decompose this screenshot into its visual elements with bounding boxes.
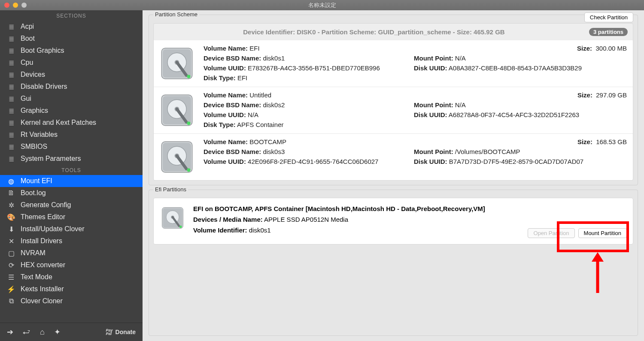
check-partition-button[interactable]: Check Partition xyxy=(584,12,633,22)
nav-item-label: Themes Editor xyxy=(21,213,65,221)
paypal-icon: PayPal xyxy=(106,329,113,335)
minimize-window-button[interactable] xyxy=(13,3,18,8)
nav-item-label: NVRAM xyxy=(21,249,46,257)
palette-icon: 🎨 xyxy=(7,213,15,221)
nav-item-label: Text Mode xyxy=(21,273,52,281)
nav-item-label: Devices xyxy=(21,71,45,78)
sidebar-section-item-system-parameters[interactable]: ≣System Parameters xyxy=(0,153,143,165)
nav-item-label: Clover Cloner xyxy=(21,297,63,305)
sidebar-tool-item-nvram[interactable]: ▢NVRAM xyxy=(0,247,143,259)
efi-headline: EFI on BOOTCAMP, APFS Container [Macinto… xyxy=(193,205,485,212)
list-icon: ≣ xyxy=(7,71,15,79)
plug-icon: ⚡ xyxy=(7,285,15,293)
device-header-text: Device Identifier: DISK0 - Partition Sch… xyxy=(159,28,589,36)
volume-row[interactable]: Volume Name: EFI Size: 300.00 MB Device … xyxy=(154,40,633,87)
list-icon: ≣ xyxy=(7,95,15,103)
sidebar-section-item-kernel-and-kext-patches[interactable]: ≣Kernel and Kext Patches xyxy=(0,117,143,129)
disk-icon: ◍ xyxy=(7,177,15,185)
sidebar: SECTIONS ≣Acpi≣Boot≣Boot Graphics≣Cpu≣De… xyxy=(0,10,143,341)
sidebar-header-tools: TOOLS xyxy=(0,165,143,175)
sidebar-tool-item-mount-efi[interactable]: ◍Mount EFI xyxy=(0,175,143,187)
volume-details: Volume Name: BOOTCAMP Size: 168.53 GB De… xyxy=(204,138,627,176)
gear-icon: ✲ xyxy=(7,201,15,209)
sidebar-section-item-disable-drivers[interactable]: ≣Disable Drivers xyxy=(0,81,143,93)
sidebar-tool-item-install-update-clover[interactable]: ⬇Install/Update Clover xyxy=(0,223,143,235)
nav-item-label: Rt Variables xyxy=(21,131,58,139)
sidebar-tool-item-hex-converter[interactable]: ⟳HEX converter xyxy=(0,259,143,271)
sidebar-section-item-boot[interactable]: ≣Boot xyxy=(0,33,143,45)
nav-item-label: Boot xyxy=(21,35,35,42)
nav-item-label: Generate Config xyxy=(21,201,71,209)
share-icon[interactable]: ✦ xyxy=(54,327,61,337)
sidebar-section-item-smbios[interactable]: ≣SMBIOS xyxy=(0,141,143,153)
sidebar-tool-item-install-drivers[interactable]: ✕Install Drivers xyxy=(0,235,143,247)
download-icon: ⬇ xyxy=(7,225,15,233)
donate-label: Donate xyxy=(115,329,136,335)
nav-item-label: System Parameters xyxy=(21,155,81,163)
list-icon: ≣ xyxy=(7,143,15,151)
nav-item-label: Install/Update Clover xyxy=(21,225,85,233)
main-content: Partition Scheme Check Partition Device … xyxy=(143,10,644,341)
mount-partition-button[interactable]: Mount Partition xyxy=(578,228,627,238)
nav-item-label: Acpi xyxy=(21,23,34,30)
chip-icon: ▢ xyxy=(7,249,15,257)
window-title: 名称未設定 xyxy=(0,1,644,9)
sidebar-section-item-cpu[interactable]: ≣Cpu xyxy=(0,57,143,69)
volume-details: Volume Name: Untitled Size: 297.09 GB De… xyxy=(204,91,627,129)
sidebar-tool-item-text-mode[interactable]: ☰Text Mode xyxy=(0,271,143,283)
volume-list: Volume Name: EFI Size: 300.00 MB Device … xyxy=(153,40,633,181)
volume-identifier-label: Volume Identifier: xyxy=(193,226,247,234)
sidebar-tool-item-boot-log[interactable]: 🗎Boot.log xyxy=(0,187,143,199)
nav-item-label: Graphics xyxy=(21,107,48,115)
sidebar-tool-item-clover-cloner[interactable]: ⧉Clover Cloner xyxy=(0,295,143,307)
nav-item-label: Kernel and Kext Patches xyxy=(21,119,96,127)
list-icon: ≣ xyxy=(7,35,15,43)
partition-scheme-title: Partition Scheme xyxy=(153,11,199,18)
volume-details: Volume Name: EFI Size: 300.00 MB Device … xyxy=(204,45,627,82)
sidebar-section-item-boot-graphics[interactable]: ≣Boot Graphics xyxy=(0,45,143,57)
nav-item-label: Install Drivers xyxy=(21,237,62,245)
efi-partitions-panel: Efi Partitions EFI on BOOTCAMP, APFS Con… xyxy=(149,190,638,336)
home-icon[interactable]: ⌂ xyxy=(40,328,45,337)
nav-item-label: Disable Drivers xyxy=(21,83,67,91)
sidebar-section-item-graphics[interactable]: ≣Graphics xyxy=(0,105,143,117)
wrench-icon: ✕ xyxy=(7,237,15,245)
list-icon: ≣ xyxy=(7,59,15,67)
clone-icon: ⧉ xyxy=(7,297,15,305)
sidebar-section-item-devices[interactable]: ≣Devices xyxy=(0,69,143,81)
logout-icon[interactable]: ➔ xyxy=(7,327,13,337)
open-partition-button[interactable]: Open Partition xyxy=(528,228,574,238)
list-icon: ≣ xyxy=(7,155,15,163)
close-window-button[interactable] xyxy=(4,3,9,8)
partition-scheme-panel: Partition Scheme Check Partition Device … xyxy=(149,15,638,185)
nav-item-label: Mount EFI xyxy=(21,177,52,185)
sidebar-tool-item-themes-editor[interactable]: 🎨Themes Editor xyxy=(0,211,143,223)
nav-item-label: Kexts Installer xyxy=(21,285,64,293)
media-name-label: Devices / Media Name: xyxy=(193,216,263,223)
list-icon: ≣ xyxy=(7,83,15,91)
sidebar-tool-item-generate-config[interactable]: ✲Generate Config xyxy=(0,199,143,211)
sidebar-section-item-gui[interactable]: ≣Gui xyxy=(0,93,143,105)
drive-icon xyxy=(158,91,196,129)
donate-button[interactable]: PayPal Donate xyxy=(106,329,136,335)
sidebar-header-sections: SECTIONS xyxy=(0,10,143,21)
volume-row[interactable]: Volume Name: BOOTCAMP Size: 168.53 GB De… xyxy=(154,134,633,180)
export-icon[interactable]: ⮐ xyxy=(23,328,30,337)
nav-item-label: Boot.log xyxy=(21,189,46,197)
nav-item-label: Gui xyxy=(21,95,31,103)
drive-icon xyxy=(158,45,196,82)
list-icon: ≣ xyxy=(7,119,15,127)
nav-item-label: HEX converter xyxy=(21,261,65,269)
sidebar-tool-item-kexts-installer[interactable]: ⚡Kexts Installer xyxy=(0,283,143,295)
partition-count-badge: 3 partitions xyxy=(589,28,628,36)
nav-item-label: Cpu xyxy=(21,59,33,66)
list-icon: ≣ xyxy=(7,107,15,115)
sidebar-section-item-acpi[interactable]: ≣Acpi xyxy=(0,21,143,33)
zoom-window-button[interactable] xyxy=(21,3,27,8)
volume-row[interactable]: Volume Name: Untitled Size: 297.09 GB De… xyxy=(154,87,633,134)
efi-partitions-title: Efi Partitions xyxy=(153,186,188,193)
refresh-icon: ⟳ xyxy=(7,261,15,269)
nav-item-label: Boot Graphics xyxy=(21,47,64,54)
sidebar-section-item-rt-variables[interactable]: ≣Rt Variables xyxy=(0,129,143,141)
list-icon: ≣ xyxy=(7,131,15,139)
